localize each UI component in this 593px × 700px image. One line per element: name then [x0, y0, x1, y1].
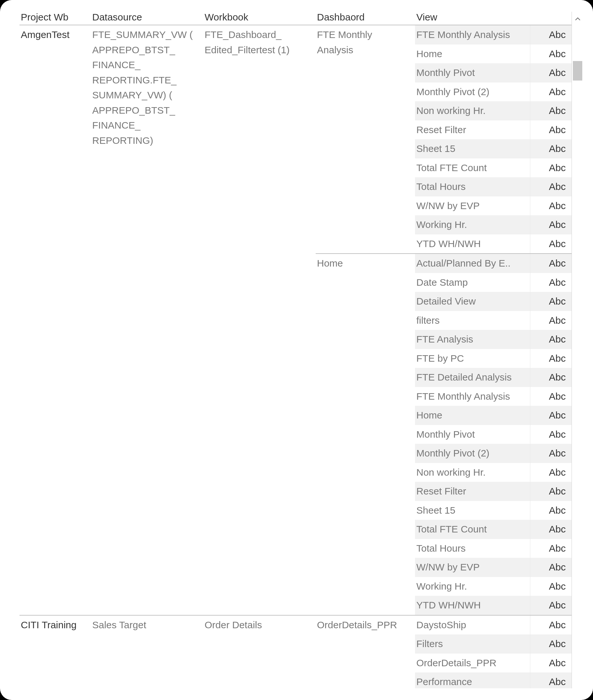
cell-view[interactable]: Sheet 15 [415, 139, 530, 158]
cell-measure-placeholder: Abc [530, 330, 571, 349]
cell-workbook[interactable]: FTE_Dashboard_ Edited_Filtertest (1) [203, 25, 316, 615]
cell-view[interactable]: YTD WH/NWH [415, 235, 530, 254]
crosstab-area: Project Wb Datasource Workbook Dashbaord… [19, 12, 571, 688]
cell-view[interactable]: Home [415, 44, 530, 64]
scroll-track[interactable] [572, 26, 583, 688]
header-row: Project Wb Datasource Workbook Dashbaord… [19, 12, 571, 25]
cell-measure-placeholder: Abc [530, 501, 571, 520]
chevron-up-icon [575, 17, 580, 20]
cell-measure-placeholder: Abc [530, 444, 571, 463]
cell-measure-placeholder: Abc [530, 273, 571, 292]
cell-measure-placeholder: Abc [530, 463, 571, 482]
cell-view[interactable]: Actual/Planned By E.. [415, 254, 530, 273]
cell-view[interactable]: Monthly Pivot [415, 425, 530, 444]
cell-measure-placeholder: Abc [530, 672, 571, 688]
cell-view[interactable]: Performance [415, 672, 530, 688]
cell-view[interactable]: FTE by PC [415, 349, 530, 368]
cell-measure-placeholder: Abc [530, 615, 571, 635]
cell-view[interactable]: Total FTE Count [415, 158, 530, 177]
table-row: CITI TrainingSales TargetOrder DetailsOr… [19, 615, 571, 635]
cell-measure-placeholder: Abc [530, 215, 571, 235]
cell-measure-placeholder: Abc [530, 634, 571, 654]
cell-view[interactable]: OrderDetails_PPR [415, 654, 530, 673]
cell-measure-placeholder: Abc [530, 292, 571, 311]
cell-view[interactable]: Detailed View [415, 292, 530, 311]
cell-measure-placeholder: Abc [530, 482, 571, 501]
app-frame: Project Wb Datasource Workbook Dashbaord… [0, 0, 593, 700]
scroll-thumb[interactable] [573, 61, 582, 81]
table-row: AmgenTestFTE_SUMMARY_VW ( APPREPO_BTST_ … [19, 25, 571, 44]
crosstab-table: Project Wb Datasource Workbook Dashbaord… [19, 12, 571, 688]
cell-measure-placeholder: Abc [530, 520, 571, 539]
cell-measure-placeholder: Abc [530, 539, 571, 558]
cell-measure-placeholder: Abc [530, 368, 571, 387]
cell-view[interactable]: W/NW by EVP [415, 558, 530, 577]
cell-project[interactable]: CITI Training [19, 615, 91, 689]
cell-view[interactable]: FTE Detailed Analysis [415, 368, 530, 387]
cell-view[interactable]: YTD WH/NWH [415, 596, 530, 615]
cell-view[interactable]: Total Hours [415, 539, 530, 558]
cell-measure-placeholder: Abc [530, 25, 571, 44]
cell-view[interactable]: FTE Analysis [415, 330, 530, 349]
header-workbook[interactable]: Workbook [203, 12, 316, 25]
cell-datasource[interactable]: Sales Target [91, 615, 203, 689]
cell-measure-placeholder: Abc [530, 311, 571, 330]
cell-measure-placeholder: Abc [530, 596, 571, 615]
header-project[interactable]: Project Wb [19, 12, 91, 25]
cell-measure-placeholder: Abc [530, 158, 571, 177]
cell-measure-placeholder: Abc [530, 349, 571, 368]
cell-measure-placeholder: Abc [530, 577, 571, 596]
header-view[interactable]: View [415, 12, 530, 25]
cell-view[interactable]: Reset Filter [415, 120, 530, 139]
cell-measure-placeholder: Abc [530, 82, 571, 101]
cell-view[interactable]: Non working Hr. [415, 101, 530, 120]
cell-view[interactable]: FTE Monthly Analysis [415, 25, 530, 44]
cell-measure-placeholder: Abc [530, 63, 571, 82]
table-wrap: Project Wb Datasource Workbook Dashbaord… [19, 12, 593, 688]
cell-view[interactable]: Monthly Pivot (2) [415, 444, 530, 463]
cell-view[interactable]: filters [415, 311, 530, 330]
cell-measure-placeholder: Abc [530, 197, 571, 216]
cell-view[interactable]: Date Stamp [415, 273, 530, 292]
cell-measure-placeholder: Abc [530, 254, 571, 273]
cell-view[interactable]: W/NW by EVP [415, 197, 530, 216]
cell-dashboard[interactable]: FTE Monthly Analysis [316, 25, 415, 254]
header-measure [530, 12, 571, 25]
cell-view[interactable]: Monthly Pivot [415, 63, 530, 82]
cell-dashboard[interactable]: OrderDetails_PPR [316, 615, 415, 689]
header-dashboard[interactable]: Dashbaord [316, 12, 415, 25]
cell-view[interactable]: Total Hours [415, 177, 530, 197]
cell-measure-placeholder: Abc [530, 425, 571, 444]
cell-measure-placeholder: Abc [530, 387, 571, 406]
cell-view[interactable]: Sheet 15 [415, 501, 530, 520]
cell-view[interactable]: Working Hr. [415, 577, 530, 596]
scroll-up-button[interactable] [572, 12, 583, 26]
cell-measure-placeholder: Abc [530, 120, 571, 139]
cell-view[interactable]: Reset Filter [415, 482, 530, 501]
vertical-scrollbar[interactable] [571, 12, 583, 688]
cell-measure-placeholder: Abc [530, 177, 571, 197]
cell-workbook[interactable]: Order Details [203, 615, 316, 689]
cell-view[interactable]: Monthly Pivot (2) [415, 82, 530, 101]
cell-view[interactable]: Filters [415, 634, 530, 654]
cell-view[interactable]: FTE Monthly Analysis [415, 387, 530, 406]
cell-dashboard[interactable]: Home [316, 254, 415, 615]
cell-measure-placeholder: Abc [530, 235, 571, 254]
cell-measure-placeholder: Abc [530, 44, 571, 64]
cell-view[interactable]: Working Hr. [415, 215, 530, 235]
cell-view[interactable]: Non working Hr. [415, 463, 530, 482]
cell-measure-placeholder: Abc [530, 654, 571, 673]
header-datasource[interactable]: Datasource [91, 12, 203, 25]
cell-measure-placeholder: Abc [530, 406, 571, 425]
cell-view[interactable]: Home [415, 406, 530, 425]
cell-datasource[interactable]: FTE_SUMMARY_VW ( APPREPO_BTST_ FINANCE_ … [91, 25, 203, 615]
cell-measure-placeholder: Abc [530, 101, 571, 120]
cell-view[interactable]: DaystoShip [415, 615, 530, 635]
cell-measure-placeholder: Abc [530, 139, 571, 158]
cell-measure-placeholder: Abc [530, 558, 571, 577]
cell-view[interactable]: Total FTE Count [415, 520, 530, 539]
cell-project[interactable]: AmgenTest [19, 25, 91, 615]
